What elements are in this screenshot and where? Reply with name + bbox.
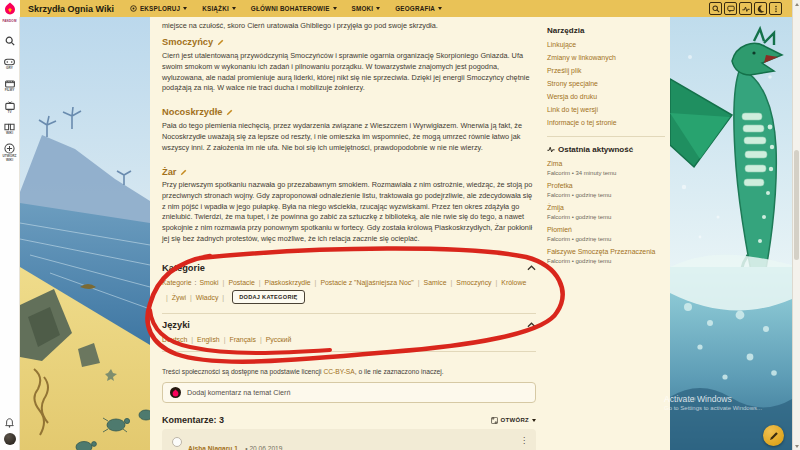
bell-icon[interactable] xyxy=(5,418,14,428)
comments-header: Komentarze: 3 OTWÓRZ xyxy=(162,415,536,425)
edit-pencil-icon[interactable] xyxy=(217,39,224,46)
rail-item-utworz-wiki[interactable]: UTWÓRZ WIKI xyxy=(0,143,19,163)
more-menu-button[interactable] xyxy=(769,2,782,15)
fandom-flame-icon xyxy=(172,389,179,397)
tool-link-strony-specjalne[interactable]: Strony specjalne xyxy=(547,80,665,87)
nav-smoki[interactable]: SMOKI xyxy=(352,5,381,12)
scroll-up-arrow[interactable] xyxy=(794,1,800,7)
edit-pencil-icon[interactable] xyxy=(226,109,233,116)
tools-title: Narzędzia xyxy=(547,26,665,35)
rail-label: GRY xyxy=(6,67,13,71)
license-link[interactable]: CC-BY-SA xyxy=(323,368,354,375)
category-link[interactable]: Piaskoskrzydłe xyxy=(265,279,311,286)
category-link[interactable]: Postacie xyxy=(228,279,254,286)
category-link[interactable]: Samice xyxy=(424,279,447,286)
search-button[interactable] xyxy=(709,2,722,15)
category-link[interactable]: Postacie z "Najjaśniejsza Noc" xyxy=(320,279,413,286)
global-topbar: Skrzydła Ognia Wiki EKSPLORUJ KSIĄŻKI GŁ… xyxy=(0,0,792,17)
beach-artwork xyxy=(20,17,150,450)
languages-header: Języki xyxy=(162,320,536,330)
language-link[interactable]: Français xyxy=(229,336,255,343)
page-scrollbar[interactable] xyxy=(792,0,800,450)
wiki-icon xyxy=(4,123,15,131)
activity-meta: Falcorim • godzinę temu xyxy=(547,236,665,242)
chevron-up-icon[interactable] xyxy=(527,322,536,328)
wiki-title[interactable]: Skrzydła Ognia Wiki xyxy=(28,4,114,14)
rail-label: WIKI xyxy=(6,132,13,136)
add-category-button[interactable]: DODAJ KATEGORIĘ xyxy=(232,290,304,304)
chevron-up-icon[interactable] xyxy=(527,265,536,271)
rail-label: FILMY xyxy=(5,89,15,93)
tool-link-wersja-do-druku[interactable]: Wersja do druku xyxy=(547,93,665,100)
tool-link-zmiany[interactable]: Zmiany w linkowanych xyxy=(547,54,665,61)
category-link[interactable]: Smoki xyxy=(199,279,218,286)
comments-open-button[interactable]: OTWÓRZ xyxy=(491,417,536,424)
edit-pencil-icon xyxy=(769,431,779,441)
create-wiki-icon xyxy=(4,143,15,154)
rail-search-button[interactable] xyxy=(5,32,15,50)
background-art-dragon xyxy=(670,17,792,450)
scroll-down-arrow[interactable] xyxy=(794,443,800,449)
comment-card: Aisha Niagaru 1 • 20.06.2019 ⋮ xyxy=(162,429,536,450)
activity-page-link[interactable]: Żmija xyxy=(547,204,665,211)
discussions-button[interactable] xyxy=(724,2,737,15)
activity-page-link[interactable]: Fałszywe Smoczęta Przeznaczenia xyxy=(547,248,665,255)
language-link[interactable]: Deutsch xyxy=(162,336,187,343)
games-icon xyxy=(4,58,15,66)
categories-header: Kategorie xyxy=(162,263,536,273)
discussions-icon xyxy=(727,5,735,13)
language-link[interactable]: Русский xyxy=(266,336,292,343)
category-link[interactable]: Kategorie xyxy=(162,279,192,286)
nav-geografia[interactable]: GEOGRAFIA xyxy=(395,5,442,12)
rail-item-filmy[interactable]: FILMY xyxy=(5,79,15,93)
user-avatar[interactable] xyxy=(4,433,16,445)
tool-link-przeslij[interactable]: Prześlij plik xyxy=(547,67,665,74)
edit-fab-button[interactable] xyxy=(763,425,784,446)
nav-eksploruj[interactable]: EKSPLORUJ xyxy=(130,5,187,12)
tool-link-linkujace[interactable]: Linkujące xyxy=(547,41,665,48)
section-heading-text[interactable]: Smoczyńcy xyxy=(162,37,213,47)
comment-date: • 20.06.2019 xyxy=(245,445,282,450)
rail-item-gry[interactable]: GRY xyxy=(4,58,15,71)
categories-links: Kategorie : Smoki| Postacie| Piaskoskrzy… xyxy=(162,279,536,304)
moon-icon xyxy=(757,5,765,13)
search-icon xyxy=(5,36,15,46)
avatar xyxy=(170,387,181,398)
fandom-logo[interactable] xyxy=(0,0,20,17)
rail-label: TV xyxy=(7,111,11,115)
search-icon xyxy=(712,5,720,13)
fandom-wiki-page: Skrzydła Ognia Wiki EKSPLORUJ KSIĄŻKI GŁ… xyxy=(0,0,800,450)
category-link[interactable]: Żywi xyxy=(172,294,186,301)
section-heading-text[interactable]: Żar xyxy=(162,167,176,177)
activity-page-link[interactable]: Profetka xyxy=(547,182,665,189)
activity-title-text: Ostatnia aktywność xyxy=(558,145,633,154)
add-comment-field[interactable]: Dodaj komentarz na temat Cierń xyxy=(162,382,536,403)
rail-item-wiki[interactable]: WIKI xyxy=(4,123,15,136)
tool-link-informacje[interactable]: Informacje o tej stronie xyxy=(547,119,665,126)
activity-page-link[interactable]: Zima xyxy=(547,160,665,167)
edit-pencil-icon[interactable] xyxy=(180,169,187,176)
language-link[interactable]: English xyxy=(197,336,220,343)
activity-page-link[interactable]: Płomień xyxy=(547,226,665,233)
nav-ksiazki[interactable]: KSIĄŻKI xyxy=(202,5,236,12)
theme-toggle-button[interactable] xyxy=(754,2,767,15)
activity-button[interactable] xyxy=(739,2,752,15)
caret-down-icon xyxy=(376,7,380,10)
section-heading-text[interactable]: Nocoskrzydłe xyxy=(162,107,222,117)
rail-item-tv[interactable]: TV xyxy=(5,101,15,115)
background-art-beach xyxy=(20,17,150,450)
section-heading-smoczyncy: Smoczyńcy xyxy=(162,37,536,47)
avatar[interactable] xyxy=(172,437,182,447)
category-link[interactable]: Smoczyńcy xyxy=(456,279,491,286)
rail-bottom-group xyxy=(4,418,16,445)
categories-colon: : xyxy=(195,279,197,286)
license-note: Treści społeczności są dostępne na podst… xyxy=(162,368,536,375)
comment-author-link[interactable]: Aisha Niagaru 1 xyxy=(188,445,238,450)
category-link[interactable]: Władcy xyxy=(196,294,219,301)
nav-glowni-bohaterowie[interactable]: GŁÓWNI BOHATEROWIE xyxy=(251,5,337,12)
kebab-icon[interactable]: ⋮ xyxy=(520,437,528,445)
category-link[interactable]: Królowe xyxy=(501,279,526,286)
fandom-flame-icon xyxy=(4,2,16,15)
tool-link-link-do-wersji[interactable]: Link do tej wersji xyxy=(547,106,665,113)
scrollbar-thumb[interactable] xyxy=(794,150,799,260)
